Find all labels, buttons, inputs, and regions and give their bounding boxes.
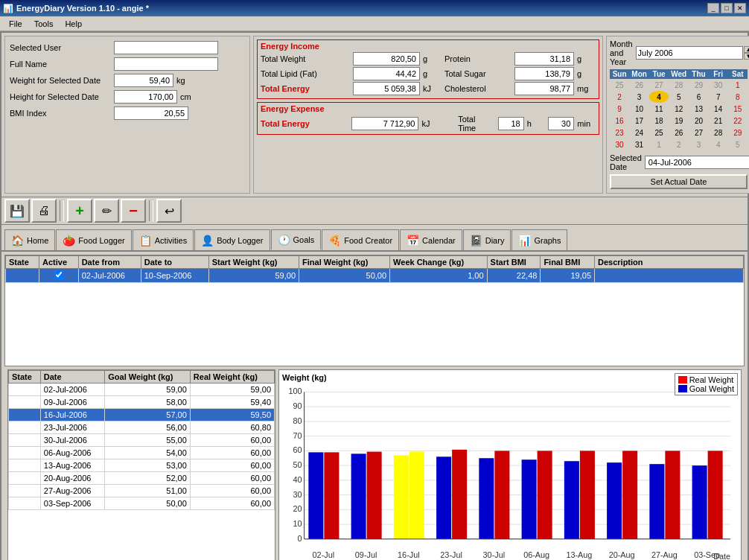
calendar-day[interactable]: 2 <box>669 139 689 150</box>
calendar-day[interactable]: 27 <box>649 79 669 91</box>
selected-date-input[interactable] <box>645 156 749 169</box>
calendar-day[interactable]: 5 <box>669 91 689 103</box>
tab-body-logger[interactable]: 👤 Body Logger <box>194 229 270 250</box>
calendar-day[interactable]: 25 <box>649 127 669 139</box>
calendar-day[interactable]: 30 <box>709 79 728 91</box>
tab-goals[interactable]: 🕐 Goals <box>271 229 322 250</box>
month-year-spinner[interactable]: ▲ ▼ <box>744 46 749 60</box>
calendar-day[interactable]: 1 <box>649 139 669 150</box>
month-down-button[interactable]: ▼ <box>744 53 749 60</box>
calendar-day[interactable]: 13 <box>689 103 708 115</box>
calendar-day[interactable]: 4 <box>649 91 669 103</box>
tab-food-creator[interactable]: 🍕 Food Creator <box>322 229 399 250</box>
delete-button[interactable]: − <box>121 199 146 223</box>
calendar-day[interactable]: 26 <box>669 127 689 139</box>
calendar-day[interactable]: 19 <box>669 115 689 127</box>
calendar-day[interactable]: 30 <box>610 139 629 150</box>
menu-file[interactable]: File <box>3 18 28 30</box>
calendar-day[interactable]: 17 <box>629 115 649 127</box>
minimize-button[interactable]: _ <box>707 3 719 13</box>
calendar-day[interactable]: 22 <box>728 115 748 127</box>
table-row[interactable]: 02-Jul-2006 10-Sep-2006 59,00 50,00 1,00… <box>6 269 744 283</box>
tab-food-logger[interactable]: 🍅 Food Logger <box>56 229 131 250</box>
calendar-day[interactable]: 16 <box>610 115 629 127</box>
weight-input[interactable] <box>114 74 173 87</box>
list-item[interactable]: 13-Aug-200653,0060,00 <box>9 459 275 472</box>
calendar-day[interactable]: 3 <box>689 139 708 150</box>
total-sugar-value[interactable] <box>514 67 574 80</box>
calendar-day[interactable]: 28 <box>709 127 728 139</box>
total-lipid-value[interactable] <box>353 67 420 80</box>
set-actual-date-button[interactable]: Set Actual Date <box>610 174 748 189</box>
calendar-day[interactable]: 6 <box>689 91 708 103</box>
energy-panel: Energy Income Total Weight g Protein g T… <box>253 36 603 194</box>
active-checkbox[interactable] <box>54 270 63 279</box>
calendar-day[interactable]: 1 <box>728 79 748 91</box>
list-item[interactable]: 06-Aug-200654,0060,00 <box>9 447 275 459</box>
tab-activities[interactable]: 📋 Activities <box>133 229 194 250</box>
calendar-day[interactable]: 26 <box>629 79 649 91</box>
calendar-day[interactable]: 29 <box>728 127 748 139</box>
list-item[interactable]: 03-Sep-200650,0060,00 <box>9 497 275 510</box>
list-item[interactable]: 09-Jul-200658,0059,40 <box>9 396 275 409</box>
tab-diary[interactable]: 📓 Diary <box>463 229 511 250</box>
menu-help[interactable]: Help <box>59 18 88 30</box>
calendar-day[interactable]: 7 <box>709 91 728 103</box>
bmi-input[interactable] <box>114 106 188 120</box>
add-button[interactable]: + <box>67 199 92 223</box>
undo-button[interactable]: ↩ <box>156 199 182 223</box>
maximize-button[interactable]: □ <box>721 3 733 13</box>
calendar-day[interactable]: 28 <box>669 79 689 91</box>
calendar-day[interactable]: 9 <box>610 103 629 115</box>
calendar-day[interactable]: 4 <box>709 139 728 150</box>
list-item[interactable]: 30-Jul-200655,0060,00 <box>9 434 275 447</box>
calendar-day[interactable]: 11 <box>649 103 669 115</box>
total-energy-income-value[interactable] <box>353 82 420 95</box>
calendar-day[interactable]: 12 <box>669 103 689 115</box>
month-year-input[interactable] <box>636 46 743 60</box>
height-input[interactable] <box>114 90 177 104</box>
tab-activities-label: Activities <box>155 236 187 245</box>
list-item[interactable]: 27-Aug-200651,0060,00 <box>9 485 275 497</box>
calendar-day[interactable]: 14 <box>709 103 728 115</box>
calendar-day[interactable]: 23 <box>610 127 629 139</box>
list-item[interactable]: 16-Jul-200657,0059,50 <box>9 409 275 421</box>
calendar-day[interactable]: 5 <box>728 139 748 150</box>
cal-sun-header: Sun <box>610 69 629 79</box>
tab-calendar[interactable]: 📅 Calendar <box>400 229 462 250</box>
calendar-day[interactable]: 3 <box>629 91 649 103</box>
protein-value[interactable] <box>514 52 574 66</box>
tab-home[interactable]: 🏠 Home <box>4 229 55 250</box>
calendar-day[interactable]: 31 <box>629 139 649 150</box>
total-time-h[interactable] <box>498 117 524 130</box>
calendar-day[interactable]: 8 <box>728 91 748 103</box>
total-energy-expense-value[interactable] <box>351 117 418 130</box>
calendar-day[interactable]: 21 <box>709 115 728 127</box>
list-item[interactable]: 02-Jul-200659,0059,00 <box>9 384 275 396</box>
calendar-day[interactable]: 29 <box>689 79 708 91</box>
calendar-day[interactable]: 27 <box>689 127 708 139</box>
calendar-day[interactable]: 15 <box>728 103 748 115</box>
save-button[interactable]: 💾 <box>4 199 30 223</box>
menu-tools[interactable]: Tools <box>28 18 60 30</box>
list-item[interactable]: 23-Jul-200656,0060,80 <box>9 421 275 434</box>
month-up-button[interactable]: ▲ <box>744 46 749 53</box>
edit-button[interactable]: ✏ <box>94 199 119 223</box>
full-name-input[interactable] <box>114 57 218 71</box>
calendar-day[interactable]: 25 <box>610 79 629 91</box>
close-button[interactable]: ✕ <box>734 3 746 13</box>
menubar: File Tools Help <box>0 16 749 31</box>
calendar-day[interactable]: 2 <box>610 91 629 103</box>
tab-graphs[interactable]: 📊 Graphs <box>511 229 567 250</box>
calendar-day[interactable]: 18 <box>649 115 669 127</box>
calendar-day[interactable]: 10 <box>629 103 649 115</box>
print-button[interactable]: 🖨 <box>31 199 57 223</box>
calendar-day[interactable]: 24 <box>629 127 649 139</box>
selected-user-input[interactable] <box>114 41 218 54</box>
total-weight-value[interactable] <box>353 52 420 66</box>
list-item[interactable]: 20-Aug-200652,0060,00 <box>9 472 275 485</box>
svg-text:90: 90 <box>293 401 302 410</box>
total-time-min[interactable] <box>548 117 574 130</box>
cholesterol-value[interactable] <box>514 82 574 95</box>
calendar-day[interactable]: 20 <box>689 115 708 127</box>
